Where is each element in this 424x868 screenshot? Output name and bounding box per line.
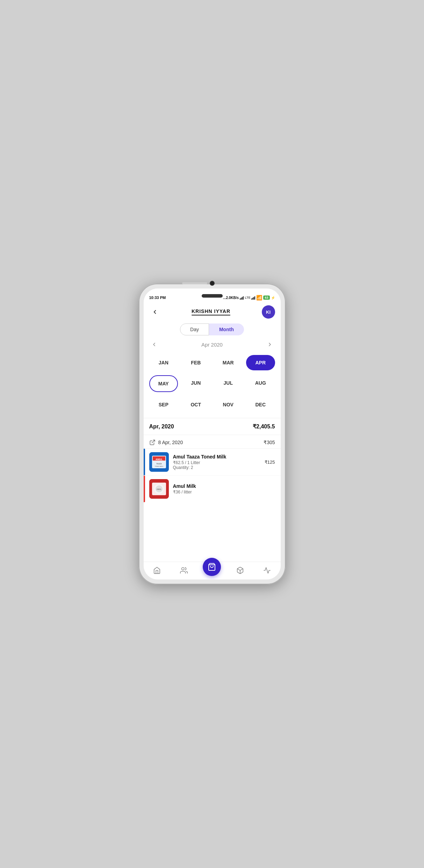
speaker	[182, 282, 207, 284]
export-icon[interactable]	[149, 439, 156, 446]
orders-list: 8 Apr, 2020 ₹305 AMUL TAAZA TONED MILK	[144, 435, 281, 562]
people-icon	[180, 567, 188, 574]
order-total: ₹305	[264, 440, 275, 445]
back-button[interactable]	[149, 306, 160, 318]
nav-reports[interactable]	[259, 565, 275, 576]
box-icon	[236, 567, 244, 574]
svg-line-0	[152, 440, 154, 443]
home-icon	[153, 567, 161, 574]
camera	[210, 281, 215, 286]
order-date-wrap: 8 Apr, 2020	[149, 439, 183, 446]
status-time: 10:33 PM	[149, 296, 166, 300]
next-arrow-icon	[267, 342, 273, 347]
summary-period: Apr, 2020	[149, 424, 174, 430]
month-cell-may[interactable]: MAY	[149, 375, 178, 392]
svg-text:TAAZA: TAAZA	[156, 463, 162, 465]
product-details: Amul Milk ₹36 / litter	[173, 483, 275, 495]
wifi-icon: 📶	[256, 295, 262, 300]
milk-image-2: AMUL	[149, 479, 169, 499]
order-item[interactable]: AMUL TAAZA TONED MILK Amul Taaza Toned M…	[144, 449, 281, 476]
product-quantity: Quantity: 2	[173, 465, 260, 470]
bottom-navigation	[144, 562, 281, 579]
product-price-unit: ₹36 / litter	[173, 490, 275, 495]
month-cell-jul[interactable]: JUL	[214, 375, 243, 392]
product-subtotal: ₹125	[265, 460, 275, 465]
day-toggle-button[interactable]: Day	[180, 323, 209, 335]
network-speed: ...2.0KB/s	[223, 296, 239, 300]
header: KRISHN IYYAR KI	[144, 302, 281, 321]
front-sensor	[202, 294, 223, 298]
order-date: 8 Apr, 2020	[158, 440, 183, 445]
month-cell-feb[interactable]: FEB	[181, 355, 210, 370]
current-month-label: Apr 2020	[201, 342, 223, 348]
month-grid: JANFEBMARAPRMAYJUNJULAUGSEPOCTNOVDEC	[144, 354, 281, 418]
lte-label: LTE	[245, 296, 250, 299]
svg-text:AMUL: AMUL	[155, 458, 163, 461]
chart-icon	[263, 567, 271, 574]
accent-bar	[144, 476, 145, 502]
battery-indicator: 63	[263, 296, 270, 300]
month-cell-apr[interactable]: APR	[246, 355, 275, 370]
month-cell-sep[interactable]: SEP	[149, 397, 178, 412]
avatar[interactable]: KI	[262, 305, 275, 319]
signal-bars-2	[251, 296, 255, 300]
screen: 10:33 PM ...2.0KB/s LTE 📶 63	[144, 289, 281, 579]
product-price-unit: ₹62.5 / 1 Litter	[173, 460, 260, 465]
title-underline	[192, 315, 230, 315]
nav-people[interactable]	[176, 565, 192, 576]
next-month-button[interactable]	[265, 340, 275, 349]
header-title-wrap: KRISHN IYYAR	[192, 308, 230, 315]
product-name: Amul Milk	[173, 483, 275, 489]
back-arrow-icon	[152, 309, 158, 315]
month-cell-jun[interactable]: JUN	[181, 375, 210, 392]
phone-frame: 10:33 PM ...2.0KB/s LTE 📶 63	[139, 284, 286, 584]
summary-row: Apr, 2020 ₹2,405.5	[144, 418, 281, 435]
order-item[interactable]: AMUL Amul Milk ₹36 / litter	[144, 476, 281, 502]
month-cell-mar[interactable]: MAR	[214, 355, 243, 370]
prev-arrow-icon	[151, 342, 157, 347]
view-toggle: Day Month	[144, 321, 281, 338]
summary-amount: ₹2,405.5	[253, 423, 275, 430]
month-navigation: Apr 2020	[144, 338, 281, 354]
product-image: AMUL TAAZA TONED MILK	[149, 452, 169, 472]
order-header: 8 Apr, 2020 ₹305	[144, 435, 281, 449]
month-toggle-button[interactable]: Month	[209, 323, 244, 335]
svg-text:AMUL: AMUL	[157, 488, 161, 490]
cart-fab-button[interactable]	[203, 558, 221, 576]
month-cell-oct[interactable]: OCT	[181, 397, 210, 412]
product-details: Amul Taaza Toned Milk ₹62.5 / 1 Litter Q…	[173, 454, 260, 470]
status-icons: ...2.0KB/s LTE 📶 63 ⚡	[223, 295, 275, 300]
milk-image: AMUL TAAZA TONED MILK	[149, 452, 169, 472]
svg-point-12	[182, 568, 184, 570]
accent-bar	[144, 449, 145, 475]
signal-bars	[240, 296, 244, 300]
charging-icon: ⚡	[271, 296, 275, 300]
nav-inventory[interactable]	[232, 565, 248, 576]
month-cell-nov[interactable]: NOV	[214, 397, 243, 412]
month-cell-dec[interactable]: DEC	[246, 397, 275, 412]
cart-icon	[208, 563, 216, 571]
product-image: AMUL	[149, 479, 169, 499]
month-cell-aug[interactable]: AUG	[246, 375, 275, 392]
product-name: Amul Taaza Toned Milk	[173, 454, 260, 460]
customer-name: KRISHN IYYAR	[192, 308, 230, 314]
svg-text:TONED MILK: TONED MILK	[154, 465, 163, 467]
month-cell-jan[interactable]: JAN	[149, 355, 178, 370]
nav-home[interactable]	[149, 565, 165, 576]
prev-month-button[interactable]	[149, 340, 159, 349]
